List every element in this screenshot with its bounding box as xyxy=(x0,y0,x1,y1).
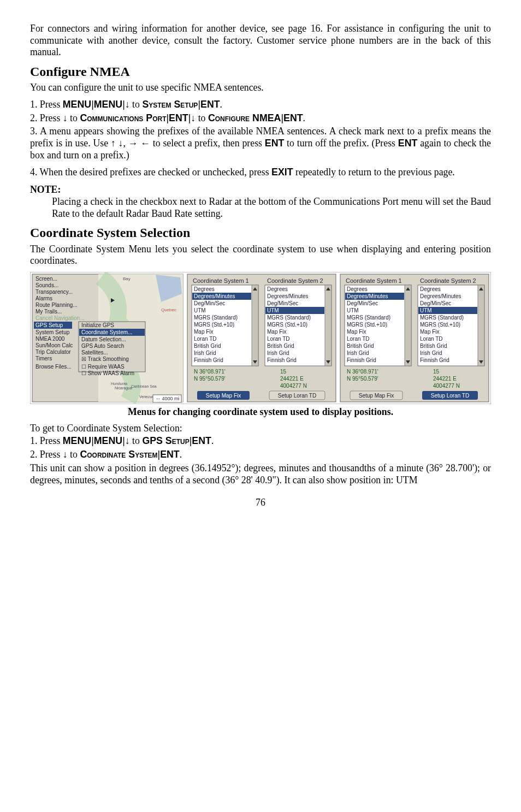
menu-item: Browse Files... xyxy=(35,364,72,370)
cfg-step1: 1. Press MENU|MENU|↓ to System Setup|ENT… xyxy=(30,99,491,111)
menu-item-configure-nmea: Configure NMEA xyxy=(208,112,281,123)
svg-text:Map Fix: Map Fix xyxy=(267,329,287,335)
svg-text:Finnish Grid: Finnish Grid xyxy=(347,357,376,363)
svg-text:UTM: UTM xyxy=(420,307,432,313)
svg-text:Map Fix: Map Fix xyxy=(347,329,366,335)
svg-text:Degrees/Minutes: Degrees/Minutes xyxy=(347,293,388,299)
menu-item-disabled: Cancel Navigation... xyxy=(35,315,85,321)
figure-panel2: Coordinate System 1 Coordinate System 2 … xyxy=(187,274,336,402)
submenu-item: ☒ Track Smoothing xyxy=(81,356,129,362)
figure-panel3: Coordinate System 1 Coordinate System 2 … xyxy=(340,274,489,402)
svg-text:15: 15 xyxy=(433,369,440,375)
key-ent: ENT xyxy=(160,449,180,460)
menu-item-coord-system: Coordinate System xyxy=(80,449,157,460)
map-scale: ↔ 4000 mi xyxy=(156,396,180,401)
key-ent: ENT xyxy=(169,112,188,123)
svg-rect-51 xyxy=(405,285,411,366)
text-fragment: to xyxy=(196,112,208,123)
coord-intro: The Coordinate System Menu lets you sele… xyxy=(30,244,491,267)
text-fragment: to xyxy=(68,449,80,460)
svg-text:UTM: UTM xyxy=(267,307,279,313)
arrow-down-icon: ↓ xyxy=(125,99,130,110)
svg-text:MGRS (Std.+10): MGRS (Std.+10) xyxy=(347,322,387,328)
svg-text:British Grid: British Grid xyxy=(194,343,221,349)
arrow-right-icon: → xyxy=(128,138,138,149)
svg-text:Deg/Min/Sec: Deg/Min/Sec xyxy=(194,300,225,306)
submenu-item: ☐ Require WAAS xyxy=(81,364,125,370)
button-setup-loran-td: Setup Loran TD xyxy=(431,393,469,399)
dialog-label: Coordinate System 2 xyxy=(420,277,476,284)
svg-text:MGRS (Standard): MGRS (Standard) xyxy=(420,315,464,321)
figure-caption: Menus for changing coordinate system use… xyxy=(30,406,491,418)
svg-text:Degrees/Minutes: Degrees/Minutes xyxy=(194,293,235,299)
key-menu: MENU xyxy=(94,99,122,110)
key-ent: ENT xyxy=(398,138,418,149)
svg-text:Loran TD: Loran TD xyxy=(420,336,443,342)
svg-rect-11 xyxy=(252,285,258,366)
arrow-down-icon: ↓ xyxy=(125,435,130,446)
svg-text:N   36°08.971': N 36°08.971' xyxy=(194,369,226,375)
text-fragment: 2. Press xyxy=(30,449,63,460)
submenu-item: Initialize GPS xyxy=(81,322,114,328)
text-fragment: 1. Press xyxy=(30,435,63,446)
svg-text:MGRS (Std.+10): MGRS (Std.+10) xyxy=(267,322,307,328)
svg-text:UTM: UTM xyxy=(347,307,359,313)
menu-item-comm-port: Communications Port xyxy=(80,112,166,123)
svg-text:Finnish Grid: Finnish Grid xyxy=(194,357,223,363)
svg-rect-12 xyxy=(325,285,331,366)
intro-paragraph: For connectors and wiring information fo… xyxy=(30,23,491,58)
note-body: Placing a check in the checkbox next to … xyxy=(52,196,491,220)
svg-text:MGRS (Std.+10): MGRS (Std.+10) xyxy=(194,322,234,328)
text-fragment: . xyxy=(211,435,214,446)
button-setup-map-fix: Setup Map Fix xyxy=(359,393,394,399)
menu-item-gps-setup: GPS Setup xyxy=(142,435,189,446)
submenu-item: Satellites... xyxy=(81,349,108,355)
svg-text:Irish Grid: Irish Grid xyxy=(420,350,442,356)
text-fragment: to xyxy=(130,435,143,446)
svg-text:Degrees: Degrees xyxy=(347,286,368,292)
submenu-item: GPS Auto Search xyxy=(81,343,124,349)
text-fragment: to select a prefix, then press xyxy=(150,138,265,149)
svg-text:Loran TD: Loran TD xyxy=(194,336,217,342)
svg-text:Map Fix: Map Fix xyxy=(420,329,440,335)
dialog-label: Coordinate System 1 xyxy=(346,277,402,284)
cfg-step3: 3. A menu appears showing the prefixes o… xyxy=(30,126,491,161)
svg-text:Finnish Grid: Finnish Grid xyxy=(267,357,297,363)
menu-item: Alarms xyxy=(35,295,52,301)
svg-text:Irish Grid: Irish Grid xyxy=(194,350,216,356)
text-fragment: , xyxy=(123,138,128,149)
svg-text:MGRS (Std.+10): MGRS (Std.+10) xyxy=(420,322,460,328)
page-number: 76 xyxy=(30,497,491,509)
cfg-step4: 4. When the desired prefixes are checked… xyxy=(30,167,491,179)
svg-text:Deg/Min/Sec: Deg/Min/Sec xyxy=(347,300,378,306)
svg-text:Degrees/Minutes: Degrees/Minutes xyxy=(267,293,309,299)
svg-text:Irish Grid: Irish Grid xyxy=(347,350,369,356)
svg-text:Finnish Grid: Finnish Grid xyxy=(420,357,449,363)
text-fragment: 4. When the desired prefixes are checked… xyxy=(30,167,271,177)
menu-item: NMEA 2000 xyxy=(35,336,65,342)
text-fragment: . xyxy=(180,449,182,460)
cfg-intro: You can configure the unit to use specif… xyxy=(30,82,491,94)
map-label: Bay xyxy=(123,276,131,281)
arrow-up-icon: ↑ xyxy=(111,138,116,149)
menu-item: My Trails... xyxy=(35,309,62,315)
coord-final: This unit can show a position in degrees… xyxy=(30,463,491,486)
menu-item: Timers xyxy=(35,355,52,361)
svg-text:UTM: UTM xyxy=(194,307,206,313)
key-ent: ENT xyxy=(265,138,285,149)
svg-text:MGRS (Standard): MGRS (Standard) xyxy=(267,315,311,321)
dialog-label: Coordinate System 2 xyxy=(267,277,323,284)
svg-text:Degrees/Minutes: Degrees/Minutes xyxy=(420,293,461,299)
svg-text:MGRS (Standard): MGRS (Standard) xyxy=(347,315,390,321)
svg-rect-52 xyxy=(478,285,484,366)
text-fragment: repeatedly to return to the previous pag… xyxy=(293,167,455,177)
arrow-down-icon: ↓ xyxy=(191,112,196,123)
menu-item-selected: GPS Setup xyxy=(35,322,63,328)
svg-text:Degrees: Degrees xyxy=(267,286,288,292)
menu-item: Sounds... xyxy=(35,282,58,288)
key-exit: EXIT xyxy=(271,167,293,177)
svg-text:Loran TD: Loran TD xyxy=(347,336,370,342)
dialog-label: Coordinate System 1 xyxy=(193,277,249,284)
button-setup-map-fix: Setup Map Fix xyxy=(206,393,241,399)
menu-item: Transparency... xyxy=(35,289,73,295)
